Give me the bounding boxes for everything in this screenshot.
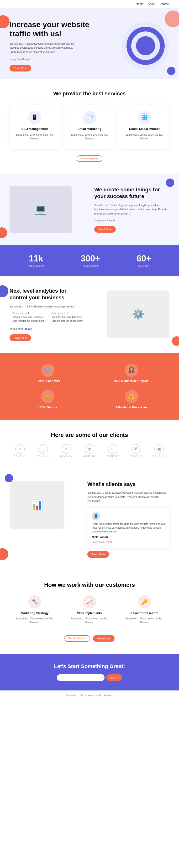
client-logo-5: ⊞ COMPANY (106, 444, 119, 457)
nav-contact[interactable]: Contact (160, 2, 170, 6)
analytics-list-item: Let's monitor the engagement (49, 319, 83, 322)
feature-flexible: ⚙️ Flexible benefits (9, 364, 86, 383)
testimonial-card: 👤 Quam iaculis suspendisse faucibus inte… (87, 508, 170, 548)
success-heading: We create some things for your success f… (94, 186, 170, 200)
seo-implements-body: Sample text. Click to select the Text El… (67, 617, 112, 624)
analytics-credit: Image from Freepik (9, 327, 85, 331)
analytics-list-col2: Pick up the tool Integrate it on your bu… (49, 312, 83, 323)
affordable-title: Affordable Price Plan (116, 405, 147, 409)
client-logo-6: ⌘ COMPANY (130, 444, 142, 457)
client-logo-icon-7: ▣ (154, 444, 164, 454)
marketing-icon: 🔧 (28, 595, 41, 609)
hero-target-graphic (122, 22, 170, 70)
success-read-more-button[interactable]: Read More (94, 226, 116, 232)
nav-about[interactable]: About (148, 2, 155, 6)
social-body: Sample text. Click to select the Text El… (123, 133, 166, 141)
nav-home[interactable]: Home (136, 2, 144, 6)
how-view-all-button[interactable]: View All Services (65, 635, 90, 642)
features-section: ⚙️ Flexible benefits 🎧 24/7 Dedicated su… (0, 353, 179, 420)
analytics-credit-link[interactable]: Freepik (24, 327, 32, 330)
testimonial-section: 📊 What's clients says Sample text. Click… (0, 469, 179, 569)
testimonial-content: What's clients says Sample text. Click t… (87, 481, 170, 558)
success-blob-orange (0, 227, 7, 238)
client-logo-label-5: COMPANY (106, 455, 119, 457)
client-logo-icon-5: ⊞ (108, 444, 118, 454)
hero-image (90, 22, 170, 70)
client-logo-4: ◉ COMPANY (83, 444, 96, 457)
flexible-icon: ⚙️ (41, 364, 54, 377)
email-icon: ✉️ (83, 111, 96, 124)
seo-body: Sample text. Click to select the Text El… (13, 133, 56, 141)
footer-text: Sample text. Click to select the Text El… (9, 694, 170, 697)
footer: Sample text. Click to select the Text El… (0, 690, 179, 701)
analytics-list-item: Pick up the tool (9, 312, 44, 315)
cta-heading: Let's Start Something Great! (9, 663, 170, 670)
cta-email-input[interactable] (57, 674, 105, 681)
how-card-seo: 📈 SEO Implements Sample text. Click to s… (65, 591, 114, 629)
success-blob-blue (166, 179, 174, 187)
how-card-marketing: 🔧 Marketing Strategy Sample text. Click … (9, 591, 60, 629)
testimonial-image-placeholder: 📊 (9, 481, 65, 529)
analytics-image: ⚙️ (94, 290, 170, 338)
seo-title: SEO Management (13, 127, 56, 131)
testimonial-credit-link[interactable]: Freepik (105, 541, 112, 544)
service-card-social: 🌐 Social Media Promot Sample text. Click… (119, 105, 170, 149)
services-grid: 📱 SEO Management Sample text. Click to s… (9, 105, 170, 149)
analytics-read-more-button[interactable]: Read More (9, 334, 31, 341)
affordable-icon: 💰 (125, 390, 138, 403)
testimonial-image: 📊 (9, 481, 78, 529)
seo-icon: 📱 (28, 111, 41, 124)
stat-label-countries: Countries (136, 265, 151, 268)
analytics-list-item: Pick up the tool (49, 312, 83, 315)
seo-implements-icon: 📈 (83, 595, 96, 609)
hero-content: Increase your website traffic with us! S… (9, 20, 90, 71)
client-logo-icon-1: ○ (15, 444, 25, 454)
how-grid: 🔧 Marketing Strategy Sample text. Click … (9, 591, 170, 629)
client-logo-7: ▣ COMPANY (153, 444, 165, 457)
view-all-button[interactable]: View All Services (77, 155, 102, 162)
support-icon: 🎧 (125, 364, 138, 377)
success-image: 💻 (9, 186, 85, 233)
analytics-heading: Next level analytics for control your bu… (9, 288, 85, 301)
testimonial-blob-red (0, 548, 8, 560)
social-title: Social Media Promot (123, 127, 166, 131)
clients-section: Here are some of our clients ○ COMPANY ◻… (0, 420, 179, 469)
how-buttons: View All Services Read More (9, 635, 170, 642)
stat-number-clients: 11k (28, 254, 44, 264)
cta-submit-button[interactable]: Submit (106, 674, 122, 681)
cta-input-group: Submit (9, 674, 170, 681)
stat-happy-clients: 11k Happy Clients (28, 254, 44, 268)
testimonial-read-more-button[interactable]: Read More (87, 551, 109, 558)
analytics-list-item: Integrate it on your business (49, 316, 83, 318)
analytics-lists: Pick up the tool Integrate it on your Bu… (9, 312, 85, 323)
analytics-section: Next level analytics for control your bu… (0, 276, 179, 353)
success-credit: Image from Freepik (94, 219, 170, 223)
feature-affordable: 💰 Affordable Price Plan (93, 390, 170, 409)
email-body: Sample text. Click to select the Text El… (68, 133, 111, 141)
how-we-work-section: How we work with our customers 🔧 Marketi… (0, 569, 179, 654)
testimonial-intro: Sample text. Click to Egestas egestas fr… (87, 491, 170, 503)
client-logo-label-1: COMPANY (14, 455, 26, 457)
client-logo-label-6: COMPANY (130, 455, 142, 457)
client-logo-icon-4: ◉ (85, 444, 94, 454)
how-read-more-button[interactable]: Read More (93, 635, 114, 642)
analytics-content: Next level analytics for control your bu… (9, 288, 85, 341)
testimonial-quote: Quam iaculis suspendisse faucibus interd… (92, 522, 165, 534)
service-card-seo: 📱 SEO Management Sample text. Click to s… (9, 105, 60, 149)
secure-title: 100% Secure (38, 405, 57, 409)
client-logo-label-3: COMPANY (60, 455, 73, 457)
success-body: Sample text. Click to Egestas egestas fr… (94, 203, 170, 216)
testimonial-author: Nick Larsen (92, 535, 165, 539)
hero-credit-link[interactable]: Freepik (22, 58, 30, 61)
success-credit-link[interactable]: Freepik (107, 219, 115, 222)
analytics-list-col1: Pick up the tool Integrate it on your Bu… (9, 312, 44, 323)
flexible-title: Flexible benefits (35, 379, 60, 383)
analytics-image-placeholder: ⚙️ (107, 290, 170, 338)
clients-logos: ○ COMPANY ◻ COMPANY ✓ COMPANY ◉ COMPANY … (9, 444, 170, 457)
stat-team-members: 300+ Team Members (81, 254, 100, 268)
stats-section: 11k Happy Clients 300+ Team Members 60+ … (0, 245, 179, 276)
testimonial-avatar: 👤 (92, 512, 100, 520)
hero-read-more-button[interactable]: Read More (9, 65, 31, 71)
client-logo-3: ✓ COMPANY (60, 444, 73, 457)
analytics-blob-coral (172, 336, 179, 346)
